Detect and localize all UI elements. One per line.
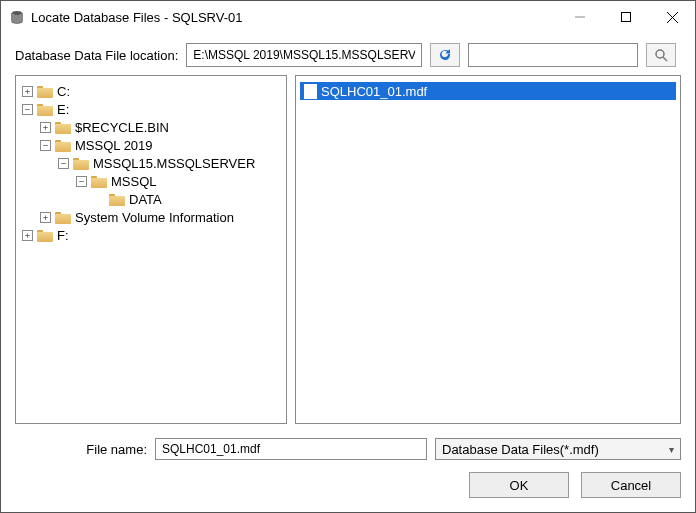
svg-line-6 [663, 57, 667, 61]
folder-icon [37, 103, 53, 116]
bottom-panel: File name: Database Data Files(*.mdf) ▾ … [1, 432, 695, 512]
tree-node-c[interactable]: + C: [20, 82, 282, 100]
tree-node-data[interactable]: DATA [20, 190, 282, 208]
chevron-down-icon: ▾ [669, 444, 674, 455]
folder-icon [37, 85, 53, 98]
file-list[interactable]: SQLHC01_01.mdf [295, 75, 681, 424]
tree-label: F: [57, 228, 69, 243]
collapse-icon[interactable]: − [40, 140, 51, 151]
search-button[interactable] [646, 43, 676, 67]
tree-node-mssql15[interactable]: − MSSQL15.MSSQLSERVER [20, 154, 282, 172]
tree-label: $RECYCLE.BIN [75, 120, 169, 135]
close-button[interactable] [649, 1, 695, 33]
folder-icon [91, 175, 107, 188]
file-name: SQLHC01_01.mdf [321, 84, 427, 99]
collapse-icon[interactable]: − [76, 176, 87, 187]
ok-button[interactable]: OK [469, 472, 569, 498]
filename-label: File name: [15, 442, 147, 457]
filetype-filter[interactable]: Database Data Files(*.mdf) ▾ [435, 438, 681, 460]
expand-icon[interactable]: + [22, 230, 33, 241]
folder-icon [73, 157, 89, 170]
file-icon [304, 84, 317, 99]
tree-label: MSSQL [111, 174, 157, 189]
tree-node-sysvol[interactable]: + System Volume Information [20, 208, 282, 226]
expand-icon[interactable]: + [22, 86, 33, 97]
titlebar: Locate Database Files - SQLSRV-01 [1, 1, 695, 33]
tree-label: DATA [129, 192, 162, 207]
location-label: Database Data File location: [15, 48, 178, 63]
folder-icon [55, 211, 71, 224]
refresh-button[interactable] [430, 43, 460, 67]
tree-label: System Volume Information [75, 210, 234, 225]
svg-rect-2 [622, 13, 631, 22]
search-input[interactable] [468, 43, 638, 67]
location-input[interactable] [186, 43, 422, 67]
folder-tree[interactable]: + C: − E: [15, 75, 287, 424]
maximize-button[interactable] [603, 1, 649, 33]
expand-icon[interactable]: + [40, 122, 51, 133]
tree-node-e[interactable]: − E: [20, 100, 282, 118]
filename-input[interactable] [155, 438, 427, 460]
expand-icon[interactable]: + [40, 212, 51, 223]
collapse-icon[interactable]: − [58, 158, 69, 169]
list-item[interactable]: SQLHC01_01.mdf [300, 82, 676, 100]
folder-icon [55, 121, 71, 134]
folder-icon [37, 229, 53, 242]
filter-selected: Database Data Files(*.mdf) [442, 442, 599, 457]
dialog-window: Locate Database Files - SQLSRV-01 Databa… [0, 0, 696, 513]
tree-label: E: [57, 102, 69, 117]
svg-point-5 [656, 50, 664, 58]
database-icon [9, 9, 25, 25]
folder-icon [55, 139, 71, 152]
cancel-button[interactable]: Cancel [581, 472, 681, 498]
collapse-icon[interactable]: − [22, 104, 33, 115]
tree-node-mssql[interactable]: − MSSQL [20, 172, 282, 190]
tree-label: MSSQL 2019 [75, 138, 153, 153]
main-area: + C: − E: [1, 75, 695, 432]
tree-label: MSSQL15.MSSQLSERVER [93, 156, 255, 171]
tree-label: C: [57, 84, 70, 99]
folder-icon [109, 193, 125, 206]
svg-point-0 [12, 11, 22, 15]
minimize-button[interactable] [557, 1, 603, 33]
window-title: Locate Database Files - SQLSRV-01 [31, 10, 243, 25]
location-row: Database Data File location: [1, 33, 695, 75]
tree-node-mssql2019[interactable]: − MSSQL 2019 [20, 136, 282, 154]
tree-node-f[interactable]: + F: [20, 226, 282, 244]
tree-node-recycle[interactable]: + $RECYCLE.BIN [20, 118, 282, 136]
